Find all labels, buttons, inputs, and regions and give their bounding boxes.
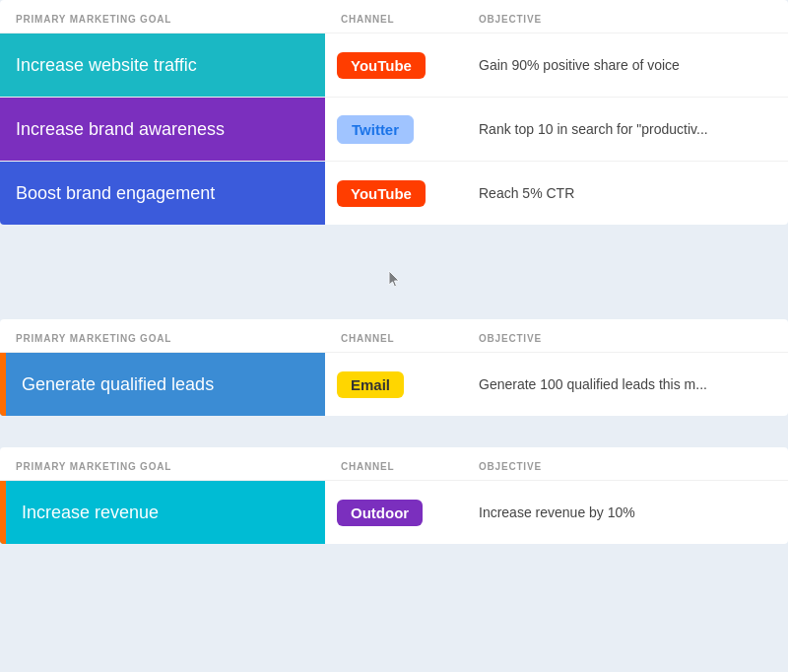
objective-cell: Gain 90% positive share of voice xyxy=(463,57,788,73)
goal-label: Boost brand engagement xyxy=(0,162,325,225)
objective-cell: Rank top 10 in search for "productiv... xyxy=(463,121,788,137)
header-objective: OBJECTIVE xyxy=(479,461,772,472)
channel-cell: YouTube xyxy=(325,180,463,207)
channel-badge[interactable]: Email xyxy=(337,371,404,398)
spacer xyxy=(0,432,788,447)
channel-cell: Outdoor xyxy=(325,500,463,526)
channel-cell: YouTube xyxy=(325,52,463,79)
table-row: Generate qualified leadsEmailGenerate 10… xyxy=(0,352,788,416)
channel-badge[interactable]: Twitter xyxy=(337,115,414,144)
accent-bar xyxy=(0,353,6,416)
header-channel: CHANNEL xyxy=(341,333,479,344)
table-row: Increase brand awarenessTwitterRank top … xyxy=(0,97,788,161)
objective-cell: Generate 100 qualified leads this m... xyxy=(463,376,788,392)
goal-cell: Boost brand engagement xyxy=(0,162,325,225)
goal-cell: Increase website traffic xyxy=(0,34,325,97)
goal-cell: Increase revenue xyxy=(0,481,325,544)
objective-cell: Increase revenue by 10% xyxy=(463,504,788,520)
table-header: PRIMARY MARKETING GOALCHANNELOBJECTIVE xyxy=(0,319,788,352)
goal-label: Increase brand awareness xyxy=(0,98,325,161)
channel-badge[interactable]: Outdoor xyxy=(337,500,423,526)
goal-label: Generate qualified leads xyxy=(0,353,325,416)
channel-badge[interactable]: YouTube xyxy=(337,52,426,79)
section-2: PRIMARY MARKETING GOALCHANNELOBJECTIVEGe… xyxy=(0,319,788,416)
cursor-icon xyxy=(387,269,401,291)
table-row: Increase website trafficYouTubeGain 90% … xyxy=(0,33,788,97)
channel-cell: Twitter xyxy=(325,115,463,144)
accent-bar xyxy=(0,481,6,544)
goal-cell: Increase brand awareness xyxy=(0,98,325,161)
channel-cell: Email xyxy=(325,371,463,398)
header-goal: PRIMARY MARKETING GOAL xyxy=(16,461,341,472)
header-objective: OBJECTIVE xyxy=(479,333,772,344)
objective-cell: Reach 5% CTR xyxy=(463,185,788,201)
section-1: PRIMARY MARKETING GOALCHANNELOBJECTIVEIn… xyxy=(0,0,788,225)
section-3: PRIMARY MARKETING GOALCHANNELOBJECTIVEIn… xyxy=(0,447,788,544)
goal-label: Increase revenue xyxy=(0,481,325,544)
header-objective: OBJECTIVE xyxy=(479,14,772,25)
header-channel: CHANNEL xyxy=(341,461,479,472)
channel-badge[interactable]: YouTube xyxy=(337,180,426,207)
table-header: PRIMARY MARKETING GOALCHANNELOBJECTIVE xyxy=(0,0,788,33)
goal-label: Increase website traffic xyxy=(0,34,325,97)
table-row: Increase revenueOutdoorIncrease revenue … xyxy=(0,480,788,544)
header-channel: CHANNEL xyxy=(341,14,479,25)
header-goal: PRIMARY MARKETING GOAL xyxy=(16,14,341,25)
header-goal: PRIMARY MARKETING GOAL xyxy=(16,333,341,344)
table-header: PRIMARY MARKETING GOALCHANNELOBJECTIVE xyxy=(0,447,788,480)
table-row: Boost brand engagementYouTubeReach 5% CT… xyxy=(0,161,788,225)
mid-area xyxy=(0,240,788,319)
goal-cell: Generate qualified leads xyxy=(0,353,325,416)
